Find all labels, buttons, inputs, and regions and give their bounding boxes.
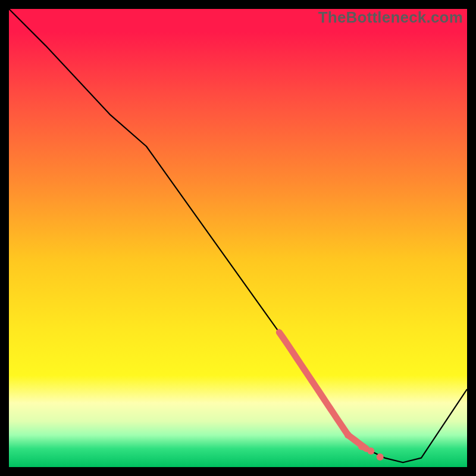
border-corner — [0, 0, 9, 9]
border-corner — [467, 0, 476, 9]
chart-border-top — [9, 0, 467, 9]
chart-border-left — [0, 9, 9, 467]
border-corner — [467, 467, 476, 476]
chart-border-bottom — [9, 467, 467, 476]
chart-plot-area — [9, 9, 467, 467]
border-corner — [0, 467, 9, 476]
watermark-text: TheBottleneck.com — [318, 8, 463, 27]
chart-container: TheBottleneck.com — [0, 0, 476, 476]
chart-border-right — [467, 9, 476, 467]
